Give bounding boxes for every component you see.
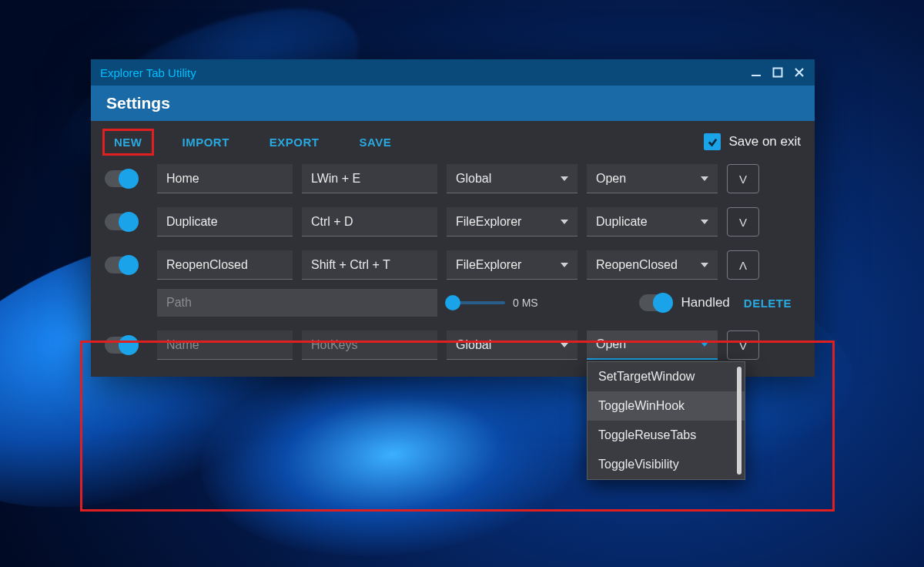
- scrollbar[interactable]: [737, 367, 742, 475]
- enable-toggle[interactable]: [105, 257, 137, 273]
- rule-row: ReopenClosed Shift + Ctrl + T FileExplor…: [105, 250, 801, 280]
- scope-select[interactable]: FileExplorer: [447, 207, 578, 237]
- chevron-down-icon: [561, 338, 568, 352]
- name-field[interactable]: Name: [157, 330, 293, 360]
- section-title: Settings: [106, 94, 170, 112]
- save-on-exit-checkbox[interactable]: [704, 133, 721, 150]
- titlebar[interactable]: Explorer Tab Utility: [91, 59, 815, 86]
- action-dropdown-menu: SetTargetWindow ToggleWinHook ToggleReus…: [587, 361, 745, 480]
- chevron-down-icon: [561, 172, 568, 186]
- app-window: Explorer Tab Utility Settings NEW IMPORT…: [91, 59, 815, 377]
- minimize-button[interactable]: [745, 62, 767, 82]
- scope-select[interactable]: FileExplorer: [447, 250, 578, 280]
- dropdown-item[interactable]: ToggleReuseTabs: [588, 421, 745, 450]
- delay-ms-label: 0 MS: [513, 297, 538, 309]
- rule-row: Duplicate Ctrl + D FileExplorer Duplicat…: [105, 207, 801, 237]
- chevron-down-icon: [701, 172, 708, 186]
- expand-button[interactable]: V: [727, 207, 759, 237]
- dropdown-item[interactable]: SetTargetWindow: [588, 362, 745, 391]
- chevron-down-icon: [701, 337, 708, 351]
- action-select[interactable]: ReopenClosed: [587, 250, 718, 280]
- handled-label: Handled: [681, 295, 729, 310]
- collapse-button[interactable]: Λ: [727, 250, 759, 280]
- chevron-down-icon: [701, 215, 708, 229]
- path-placeholder: Path: [166, 296, 192, 310]
- toolbar: NEW IMPORT EXPORT SAVE Save on exit: [91, 121, 815, 163]
- expand-button[interactable]: V: [727, 330, 759, 360]
- scope-select[interactable]: Global: [447, 164, 578, 193]
- close-button[interactable]: [788, 62, 810, 82]
- chevron-down-icon: [701, 258, 708, 272]
- hotkeys-field[interactable]: LWin + E: [302, 164, 437, 193]
- name-field[interactable]: ReopenClosed: [157, 250, 293, 280]
- enable-toggle[interactable]: [105, 170, 137, 187]
- section-header: Settings: [91, 86, 815, 121]
- delay-slider[interactable]: [450, 301, 505, 304]
- svg-rect-0: [752, 75, 761, 76]
- rule-row: Name HotKeys Global Open SetTargetWindow…: [105, 330, 801, 360]
- chevron-down-icon: [561, 215, 568, 229]
- name-field[interactable]: Home: [157, 164, 293, 193]
- chevron-down-icon: [561, 258, 568, 272]
- export-button[interactable]: EXPORT: [260, 131, 329, 153]
- hotkeys-field[interactable]: HotKeys: [302, 330, 437, 360]
- save-on-exit-label: Save on exit: [728, 134, 801, 149]
- path-field[interactable]: Path: [157, 289, 437, 317]
- svg-rect-1: [774, 69, 782, 77]
- desktop-background: Explorer Tab Utility Settings NEW IMPORT…: [0, 0, 924, 567]
- hotkeys-field[interactable]: Shift + Ctrl + T: [302, 250, 437, 280]
- new-button[interactable]: NEW: [102, 129, 154, 156]
- save-button[interactable]: SAVE: [350, 131, 401, 153]
- dropdown-item[interactable]: ToggleVisibility: [588, 450, 745, 479]
- enable-toggle[interactable]: [105, 213, 137, 230]
- handled-toggle[interactable]: [639, 294, 671, 311]
- action-select[interactable]: Open: [587, 164, 718, 193]
- action-select[interactable]: Open: [587, 330, 718, 360]
- action-select[interactable]: Duplicate: [587, 207, 718, 237]
- enable-toggle[interactable]: [105, 337, 137, 354]
- window-title: Explorer Tab Utility: [100, 66, 196, 79]
- maximize-button[interactable]: [767, 62, 788, 82]
- delete-button[interactable]: DELETE: [739, 297, 792, 310]
- rules-list: Home LWin + E Global Open V Duplicate Ct…: [91, 163, 815, 377]
- rule-row: Home LWin + E Global Open V: [105, 164, 801, 193]
- expand-button[interactable]: V: [727, 164, 759, 193]
- import-button[interactable]: IMPORT: [173, 131, 239, 153]
- dropdown-item[interactable]: ToggleWinHook: [588, 391, 745, 421]
- scope-select[interactable]: Global: [447, 330, 578, 360]
- name-field[interactable]: Duplicate: [157, 207, 293, 237]
- hotkeys-field[interactable]: Ctrl + D: [302, 207, 437, 237]
- rule-row-expanded: Path 0 MS Handled DELETE: [105, 289, 801, 317]
